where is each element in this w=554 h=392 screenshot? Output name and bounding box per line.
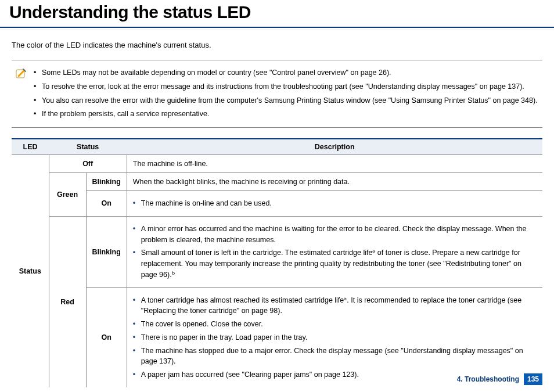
list-item: A minor error has occurred and the machi… [133,224,537,246]
desc-green-blinking: When the backlight blinks, the machine i… [127,173,542,191]
status-green-on: On [86,191,127,217]
page-content: The color of the LED indicates the machi… [0,30,554,387]
desc-green-on: The machine is on-line and can be used. [127,191,542,217]
header-divider [0,27,554,30]
note-item: To resolve the error, look at the error … [34,80,542,94]
color-green: Green [49,173,86,217]
page-number: 135 [524,373,542,385]
intro-text: The color of the LED indicates the machi… [12,41,542,49]
list-item: The machine is on-line and can be used. [133,198,537,209]
desc-red-blinking: A minor error has occurred and the machi… [127,216,542,287]
list-item: A toner cartridge has almost reached its… [133,295,537,317]
list-item: Small amount of toner is left in the car… [133,247,537,280]
note-icon [12,66,27,121]
chapter-label: 4. Troubleshooting [457,375,519,383]
status-off: Off [49,155,127,173]
page-title: Understanding the status LED [9,2,554,22]
desc-off: The machine is off-line. [127,155,542,173]
note-item: If the problem persists, call a service … [34,107,542,121]
desc-red-on: A toner cartridge has almost reached its… [127,287,542,387]
status-red-on: On [86,287,127,387]
page-header: Understanding the status LED [0,0,554,30]
note-block: Some LEDs may not be available depending… [12,60,542,128]
list-item: There is no paper in the tray. Load pape… [133,332,537,343]
led-name: Status [12,155,49,387]
note-item: Some LEDs may not be available depending… [34,66,542,80]
status-red-blinking: Blinking [86,216,127,287]
status-led-table: LED Status Description Status Off The ma… [12,138,542,387]
list-item: The machine has stopped due to a major e… [133,346,537,368]
col-led: LED [12,139,49,155]
note-list: Some LEDs may not be available depending… [34,66,542,121]
note-item: You also can resolve the error with the … [34,94,542,108]
status-green-blinking: Blinking [86,173,127,191]
list-item: The cover is opened. Close the cover. [133,319,537,330]
page-footer: 4. Troubleshooting 135 [457,373,542,385]
col-status: Status [49,139,127,155]
color-red: Red [49,216,86,387]
col-description: Description [127,139,542,155]
